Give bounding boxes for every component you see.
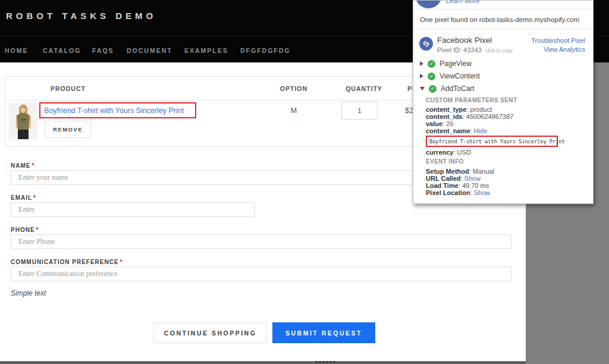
col-product: PRODUCT (51, 85, 86, 92)
pixel-id-value[interactable]: 43343 (463, 46, 482, 54)
event-row-addtocart[interactable]: ✓ AddToCart (420, 84, 475, 93)
info-pixel-location: Pixel LocationShow (426, 189, 490, 196)
popup-divider (413, 9, 593, 10)
phone-label: PHONE* (11, 227, 39, 233)
screen: ROBOT TASKS DEMO HOME CATALOG FAQS DOCUM… (0, 0, 609, 364)
col-option: OPTION (273, 85, 315, 92)
show-url-link[interactable]: Show (464, 175, 481, 182)
chevron-right-icon[interactable] (420, 74, 423, 79)
event-info-heading: EVENT INFO (426, 158, 464, 165)
phone-input[interactable] (11, 234, 511, 249)
content-name-value: Boyfriend T-shirt with Yours Sincerley P… (429, 139, 565, 145)
email-label: EMAIL* (11, 194, 36, 201)
success-check-icon: ✓ (428, 60, 435, 68)
submit-request-button[interactable]: SUBMIT REQUEST (272, 322, 375, 343)
hide-link[interactable]: Hide (474, 127, 488, 134)
simple-text-note: Simple text (11, 289, 46, 297)
learn-more-link[interactable]: Learn More (446, 0, 479, 4)
communication-preference-input[interactable] (11, 266, 511, 281)
success-check-icon: ✓ (429, 85, 437, 93)
success-check-icon: ✓ (428, 73, 435, 80)
param-content-ids: content_ids4500624867387 (426, 113, 513, 120)
param-currency: currencyUSD (426, 149, 471, 156)
pixel-helper-popup: Learn More One pixel found on robot-task… (413, 0, 594, 204)
show-location-link[interactable]: Show (474, 189, 491, 196)
name-label: NAME* (11, 162, 34, 169)
remove-button[interactable]: REMOVE (45, 121, 91, 138)
nav-faqs[interactable]: FAQS (92, 47, 114, 54)
annotation-red-box-content-name: Boyfriend T-shirt with Yours Sincerley P… (426, 136, 558, 147)
site-logo[interactable]: ROBOT TASKS DEMO (6, 11, 156, 21)
info-url-called: URL CalledShow (426, 175, 481, 182)
info-load-time: Load Time49.70 ms (426, 182, 489, 189)
pixel-id-label: Pixel ID: (437, 46, 462, 54)
facebook-pixel-icon: S (419, 37, 433, 51)
nav-catalog[interactable]: CATALOG (43, 47, 81, 54)
event-row-viewcontent[interactable]: ✓ ViewContent (420, 72, 480, 80)
col-quantity: QUANTITY (340, 85, 388, 92)
option-value: M (273, 106, 315, 115)
email-input[interactable] (11, 202, 255, 217)
communication-preference-label: COMMUNICATION PREFERENCE* (11, 259, 123, 265)
quantity-input[interactable] (341, 102, 378, 120)
pixel-id-row: Pixel ID: 43343 click to copy (437, 46, 513, 54)
troubleshoot-pixel-link[interactable]: Troubleshoot Pixel (531, 37, 585, 44)
footer-text-clipped (315, 361, 335, 363)
annotation-red-box-product-title: Boyfriend T-shirt with Yours Sincerley P… (39, 102, 196, 118)
info-setup-method: Setup MethodManual (426, 168, 494, 175)
product-image[interactable] (9, 103, 38, 139)
product-title-link[interactable]: Boyfriend T-shirt with Yours Sincerley P… (44, 106, 184, 115)
nav-home[interactable]: HOME (5, 47, 29, 54)
custom-parameters-heading: CUSTOM PARAMETERS SENT (426, 97, 517, 103)
nav-dfgfdgfdg[interactable]: DFGFDGFDG (240, 47, 291, 54)
nav-document[interactable]: DOCUMENT (127, 47, 172, 54)
pixel-title: Facebook Pixel (437, 36, 492, 45)
pixel-helper-avatar-icon (415, 0, 442, 8)
chevron-right-icon[interactable] (420, 61, 423, 66)
view-analytics-link[interactable]: View Analytics (544, 46, 585, 53)
popup-divider (413, 29, 593, 29)
param-content-type: content_typeproduct (426, 106, 492, 113)
event-row-pageview[interactable]: ✓ PageView (420, 59, 472, 68)
footer-bar (0, 361, 526, 364)
click-to-copy-hint: click to copy (485, 48, 513, 54)
nav-examples[interactable]: EXAMPLES (184, 47, 228, 54)
continue-shopping-button[interactable]: CONTINUE SHOPPING (153, 322, 267, 343)
param-content-name: content_nameHide (426, 127, 487, 134)
chevron-down-icon[interactable] (420, 87, 425, 90)
param-value: value26 (426, 120, 454, 127)
pixel-found-status: One pixel found on robot-tasks-demo.mysh… (420, 16, 579, 23)
